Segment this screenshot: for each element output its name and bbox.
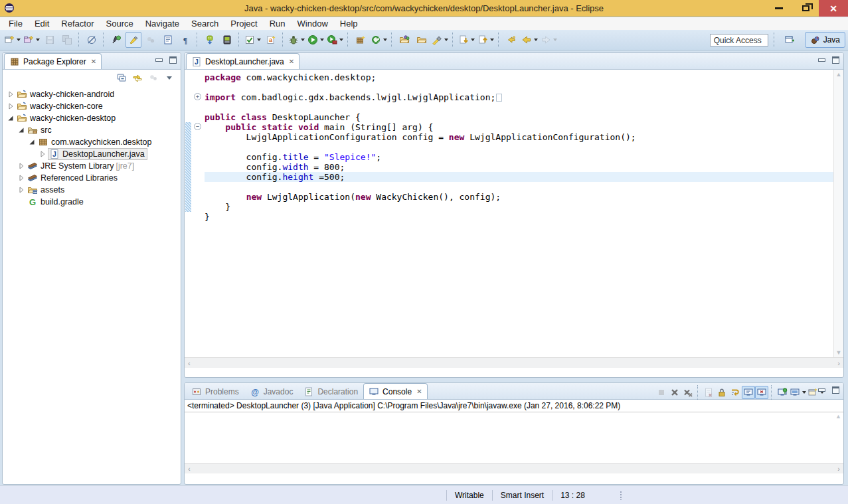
- new-java-package-button[interactable]: [353, 32, 369, 48]
- menu-project[interactable]: Project: [224, 17, 263, 30]
- tree-expanded-arrow-icon[interactable]: [16, 125, 27, 135]
- menu-refactor[interactable]: Refactor: [55, 17, 100, 30]
- word-wrap-button[interactable]: [728, 386, 742, 399]
- fold-expand-icon[interactable]: +: [194, 93, 201, 100]
- menu-help[interactable]: Help: [334, 17, 364, 30]
- open-resource-button[interactable]: [414, 32, 430, 48]
- show-javadoc-button[interactable]: [160, 32, 176, 48]
- forward-button[interactable]: [540, 32, 558, 48]
- dropdown-arrow-icon[interactable]: [383, 39, 387, 41]
- terminate-button[interactable]: [655, 386, 668, 399]
- close-console-tab-icon[interactable]: ✕: [416, 388, 422, 395]
- dropdown-arrow-icon[interactable]: [534, 39, 538, 41]
- minimize-view-button[interactable]: [155, 58, 163, 62]
- save-all-button[interactable]: [59, 32, 75, 48]
- tree-collapsed-arrow-icon[interactable]: [37, 149, 48, 159]
- skip-all-breakpoints-button[interactable]: [84, 32, 100, 48]
- fold-collapse-icon[interactable]: −: [194, 123, 201, 130]
- window-maximize-button[interactable]: [792, 0, 819, 17]
- window-minimize-button[interactable]: [766, 0, 792, 17]
- tree-collapsed-arrow-icon[interactable]: [16, 173, 27, 183]
- android-device-monitor-button[interactable]: [202, 32, 218, 48]
- dropdown-arrow-icon[interactable]: [17, 39, 21, 41]
- dropdown-arrow-icon[interactable]: [36, 39, 40, 41]
- display-selected-console-button[interactable]: [789, 386, 807, 399]
- maximize-console-button[interactable]: [832, 386, 839, 394]
- tree-collapsed-arrow-icon[interactable]: [16, 185, 27, 195]
- tree-item-wacky-chicken-core[interactable]: wacky-chicken-core: [3, 100, 181, 112]
- menu-navigate[interactable]: Navigate: [139, 17, 185, 30]
- close-view-icon[interactable]: ✕: [91, 58, 96, 65]
- new-android-xml-button[interactable]: a: [263, 32, 279, 48]
- scroll-down-icon[interactable]: ▼: [836, 349, 842, 356]
- tree-item-com-wackychicken-desktop[interactable]: com.wackychicken.desktop: [3, 136, 181, 148]
- dropdown-arrow-icon[interactable]: [444, 39, 448, 41]
- dropdown-arrow-icon[interactable]: [471, 39, 475, 41]
- dropdown-arrow-icon[interactable]: [490, 39, 494, 41]
- tab-javadoc[interactable]: @Javadoc: [244, 383, 299, 399]
- console-scroll-up-icon[interactable]: ▲: [835, 413, 841, 420]
- quick-access-input[interactable]: Quick Access: [710, 34, 768, 46]
- menu-window[interactable]: Window: [292, 17, 334, 30]
- tree-expanded-arrow-icon[interactable]: [5, 113, 16, 124]
- close-editor-icon[interactable]: ✕: [289, 58, 294, 65]
- collapse-all-button[interactable]: [115, 71, 128, 84]
- dropdown-arrow-icon[interactable]: [320, 39, 324, 41]
- scroll-right-icon[interactable]: ›: [837, 359, 840, 367]
- refresh-gradle-button[interactable]: [370, 32, 388, 48]
- tree-item-assets[interactable]: assets: [3, 184, 181, 196]
- run-button[interactable]: [307, 32, 325, 48]
- menu-file[interactable]: File: [3, 17, 29, 30]
- open-task-button[interactable]: [108, 32, 124, 48]
- console-output[interactable]: ▲: [185, 412, 843, 463]
- java-perspective-button[interactable]: Java: [805, 32, 845, 48]
- search-button[interactable]: [431, 32, 449, 48]
- link-with-editor-button[interactable]: [131, 71, 144, 84]
- show-whitespace-button[interactable]: ¶: [177, 32, 193, 48]
- tree-item-jre-system-library[interactable]: JRE System Library[jre7]: [3, 160, 181, 172]
- clear-console-button[interactable]: [702, 386, 715, 399]
- new-wizard-button[interactable]: [3, 32, 21, 48]
- remove-all-terminated-button[interactable]: [681, 386, 695, 399]
- editor-vertical-scrollbar[interactable]: ▲ ▼: [833, 70, 843, 357]
- tab-declaration[interactable]: Declaration: [298, 383, 363, 399]
- dropdown-arrow-icon[interactable]: [339, 39, 343, 41]
- console-scroll-right-icon[interactable]: ›: [837, 465, 840, 473]
- tree-collapsed-arrow-icon[interactable]: [5, 89, 16, 100]
- show-on-stderr-button[interactable]: [755, 386, 768, 399]
- minimize-editor-button[interactable]: [818, 58, 825, 62]
- tree-collapsed-arrow-icon[interactable]: [16, 161, 27, 171]
- toggle-mark-occurrences-button[interactable]: [126, 32, 141, 48]
- minimize-console-button[interactable]: [818, 388, 825, 392]
- build-automatically-button[interactable]: [143, 32, 159, 48]
- pin-console-button[interactable]: [776, 386, 789, 399]
- back-button[interactable]: [521, 32, 539, 48]
- dropdown-arrow-icon[interactable]: [301, 39, 305, 41]
- new-java-project-button[interactable]: [23, 32, 41, 48]
- debug-button[interactable]: [288, 32, 305, 48]
- tree-item-referenced-libraries[interactable]: Referenced Libraries: [3, 172, 181, 184]
- tree-collapsed-arrow-icon[interactable]: [5, 101, 16, 112]
- save-button[interactable]: [42, 32, 58, 48]
- scroll-up-icon[interactable]: ▲: [836, 71, 842, 78]
- maximize-editor-button[interactable]: [832, 56, 839, 64]
- menu-run[interactable]: Run: [264, 17, 292, 30]
- last-edit-location-button[interactable]: [503, 32, 519, 48]
- editor-tab[interactable]: J DesktopLauncher.java ✕: [186, 53, 299, 69]
- run-external-tools-button[interactable]: [244, 32, 262, 48]
- show-on-stdout-button[interactable]: [742, 386, 755, 399]
- view-menu-button[interactable]: [163, 71, 176, 84]
- menu-search[interactable]: Search: [185, 17, 224, 30]
- tree-item-desktoplauncher-java[interactable]: JDesktopLauncher.java: [3, 148, 181, 160]
- android-sdk-manager-button[interactable]: [219, 32, 235, 48]
- menu-source[interactable]: Source: [100, 17, 139, 30]
- editor-gutter[interactable]: +−: [185, 70, 205, 357]
- dropdown-arrow-icon[interactable]: [553, 39, 557, 41]
- tree-item-wacky-chicken-desktop[interactable]: wacky-chicken-desktop: [3, 112, 181, 124]
- scroll-lock-button[interactable]: [715, 386, 728, 399]
- maximize-view-button[interactable]: [169, 56, 177, 64]
- next-annotation-button[interactable]: [458, 32, 475, 48]
- window-close-button[interactable]: ✕: [819, 0, 848, 17]
- remove-launch-button[interactable]: [668, 386, 681, 399]
- package-explorer-tab[interactable]: Package Explorer ✕: [4, 53, 102, 69]
